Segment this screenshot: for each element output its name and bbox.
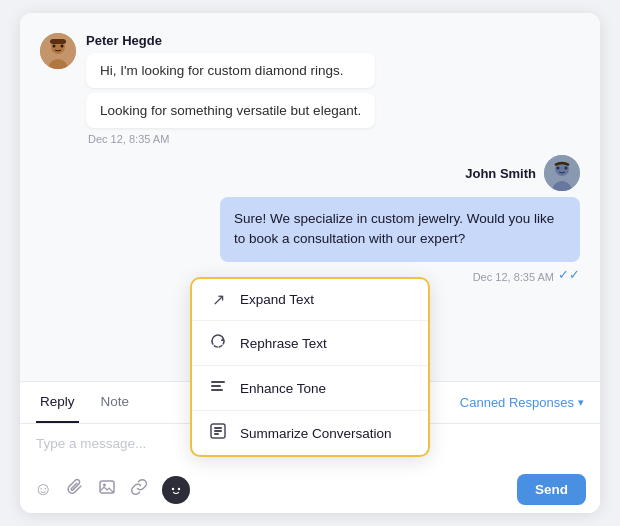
john-header: John Smith bbox=[465, 155, 580, 191]
svg-point-21 bbox=[172, 487, 174, 489]
tab-reply[interactable]: Reply bbox=[36, 382, 79, 423]
send-button[interactable]: Send bbox=[517, 474, 586, 505]
avatar-peter bbox=[40, 33, 76, 69]
ai-menu: ↗ Expand Text Rephrase Text bbox=[190, 277, 430, 457]
canned-responses-button[interactable]: Canned Responses ▾ bbox=[460, 395, 584, 410]
ai-menu-expand-label: Expand Text bbox=[240, 292, 314, 307]
peter-message-content: Peter Hegde Hi, I'm looking for custom d… bbox=[86, 33, 375, 145]
john-bubble: Sure! We specialize in custom jewelry. W… bbox=[220, 197, 580, 262]
john-sender-name: John Smith bbox=[465, 166, 536, 181]
rephrase-icon bbox=[208, 332, 228, 354]
image-icon[interactable] bbox=[98, 478, 116, 501]
svg-rect-17 bbox=[214, 433, 219, 435]
message-placeholder: Type a message... bbox=[36, 436, 146, 451]
chat-window: Peter Hegde Hi, I'm looking for custom d… bbox=[20, 13, 600, 513]
expand-icon: ↗ bbox=[208, 290, 228, 309]
svg-rect-12 bbox=[211, 385, 221, 387]
svg-rect-13 bbox=[211, 389, 223, 391]
john-timestamp: Dec 12, 8:35 AM bbox=[471, 271, 554, 283]
ai-menu-rephrase-label: Rephrase Text bbox=[240, 336, 327, 351]
tab-note[interactable]: Note bbox=[97, 382, 134, 423]
summarize-icon bbox=[208, 422, 228, 444]
ai-menu-expand[interactable]: ↗ Expand Text bbox=[192, 279, 428, 321]
ai-menu-enhance[interactable]: Enhance Tone bbox=[192, 366, 428, 411]
svg-point-4 bbox=[61, 45, 64, 48]
svg-rect-5 bbox=[50, 39, 66, 44]
svg-rect-15 bbox=[214, 427, 222, 429]
peter-bubble-2: Looking for something versatile but eleg… bbox=[86, 93, 375, 128]
canned-chevron-icon: ▾ bbox=[578, 396, 584, 409]
link-icon[interactable] bbox=[130, 478, 148, 501]
reply-area: ↗ Expand Text Rephrase Text bbox=[20, 381, 600, 513]
svg-point-9 bbox=[557, 167, 560, 170]
ai-menu-summarize-label: Summarize Conversation bbox=[240, 426, 392, 441]
peter-sender-name: Peter Hegde bbox=[86, 33, 375, 48]
svg-point-20 bbox=[169, 483, 183, 497]
reply-toolbar: ☺ bbox=[20, 466, 600, 513]
avatar-john bbox=[544, 155, 580, 191]
read-receipt-icon: ✓✓ bbox=[558, 267, 580, 282]
enhance-icon bbox=[208, 377, 228, 399]
peter-timestamp: Dec 12, 8:35 AM bbox=[86, 133, 375, 145]
attachment-icon[interactable] bbox=[66, 478, 84, 501]
john-footer: Dec 12, 8:35 AM ✓✓ bbox=[471, 267, 580, 283]
svg-rect-16 bbox=[214, 430, 222, 432]
peter-bubble-1: Hi, I'm looking for custom diamond rings… bbox=[86, 53, 375, 88]
ai-menu-rephrase[interactable]: Rephrase Text bbox=[192, 321, 428, 366]
ai-menu-summarize[interactable]: Summarize Conversation bbox=[192, 411, 428, 455]
message-row-peter: Peter Hegde Hi, I'm looking for custom d… bbox=[40, 33, 580, 145]
svg-point-19 bbox=[103, 484, 106, 487]
svg-point-10 bbox=[565, 167, 568, 170]
svg-point-22 bbox=[178, 487, 180, 489]
svg-point-3 bbox=[53, 45, 56, 48]
ai-menu-enhance-label: Enhance Tone bbox=[240, 381, 326, 396]
message-row-john: John Smith Sure! We specialize in custom… bbox=[40, 155, 580, 283]
svg-rect-11 bbox=[211, 381, 225, 383]
ai-trigger-button[interactable] bbox=[162, 476, 190, 504]
canned-responses-label: Canned Responses bbox=[460, 395, 574, 410]
emoji-icon[interactable]: ☺ bbox=[34, 479, 52, 500]
